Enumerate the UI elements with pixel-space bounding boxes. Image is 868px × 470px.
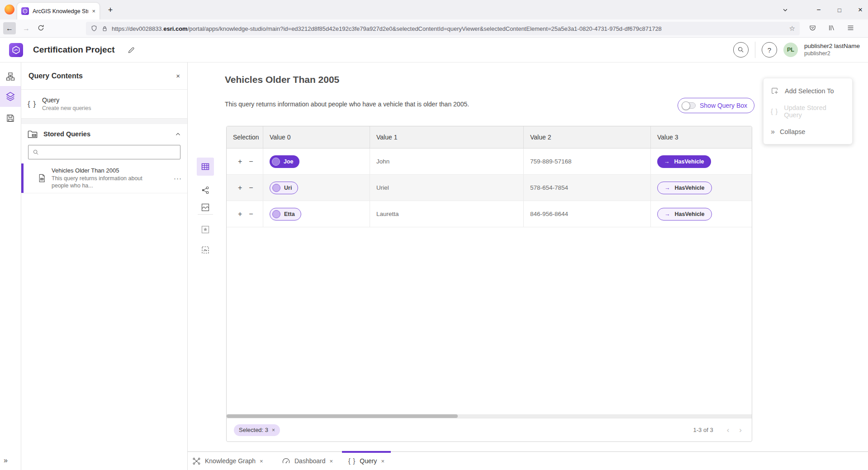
add-to-selection-button[interactable]: + — [238, 158, 242, 165]
firefox-icon[interactable] — [5, 5, 14, 14]
close-tab-icon[interactable]: × — [381, 458, 384, 465]
url-text[interactable]: https://dev0028833.esri.com/portal/apps/… — [112, 25, 786, 32]
relationship-pill[interactable]: →HasVehicle — [657, 182, 712, 194]
url-bar[interactable]: https://dev0028833.esri.com/portal/apps/… — [86, 22, 800, 35]
bookmark-star-icon[interactable]: ☆ — [789, 24, 795, 33]
query-viewer: Vehicles Older Than 2005 This query retu… — [188, 62, 868, 451]
panel-title: Query Contents — [28, 72, 83, 80]
page-title: Vehicles Older Than 2005 — [225, 74, 339, 85]
pocket-icon[interactable] — [809, 24, 816, 32]
collapse-icon: » — [771, 128, 774, 136]
menu-item-collapse[interactable]: » Collapse — [764, 121, 852, 142]
reload-icon[interactable] — [37, 24, 45, 32]
window-close-button[interactable]: × — [854, 4, 867, 16]
page-description: This query returns information about peo… — [225, 101, 469, 108]
column-header[interactable]: Value 0 — [263, 126, 370, 148]
selection-tool-button[interactable] — [197, 241, 214, 259]
stored-queries-search[interactable] — [28, 145, 180, 159]
entity-icon — [272, 184, 280, 192]
project-explorer-icon[interactable] — [0, 66, 21, 87]
tab-knowledge-graph[interactable]: Knowledge Graph × — [192, 452, 263, 470]
entity-pill[interactable]: Uri — [270, 182, 298, 194]
browser-nav-bar: ← → https://dev0028833.esri.com/portal/a… — [0, 19, 868, 38]
app-menu-icon[interactable] — [847, 24, 854, 32]
scrollbar-thumb[interactable] — [227, 414, 458, 418]
stored-query-doc-icon — [38, 174, 46, 182]
window-minimize-button[interactable]: − — [812, 4, 825, 16]
stored-queries-header[interactable]: Stored Queries — [21, 124, 187, 144]
next-page-icon[interactable]: › — [739, 426, 742, 434]
panel-close-icon[interactable]: × — [176, 72, 180, 80]
column-header[interactable]: Selection — [227, 126, 263, 148]
relationship-pill[interactable]: →HasVehicle — [657, 155, 711, 168]
library-icon[interactable] — [828, 24, 835, 32]
table-view-button[interactable] — [197, 158, 214, 176]
help-icon[interactable]: ? — [762, 42, 777, 58]
close-tab-icon[interactable]: × — [260, 458, 263, 465]
cell-value: John — [376, 158, 389, 165]
lock-icon[interactable] — [101, 25, 108, 32]
user-avatar[interactable]: PL — [783, 43, 798, 57]
expand-rail-icon[interactable]: » — [4, 456, 7, 465]
browser-tab[interactable]: ArcGIS Knowledge Studio × — [17, 3, 100, 19]
show-query-box-toggle[interactable]: Show Query Box — [678, 98, 754, 113]
cell-value: Uriel — [376, 184, 389, 191]
forward-button[interactable]: → — [20, 22, 32, 34]
remove-from-selection-button[interactable]: − — [249, 184, 253, 192]
map-view-button[interactable] — [197, 198, 214, 216]
table-header-row: Selection Value 0 Value 1 Value 2 Value … — [227, 126, 752, 149]
selected-count-chip[interactable]: Selected: 3 × — [234, 424, 280, 436]
table-row: + − Joe John 759-889-57168 →HasVehicle — [227, 149, 752, 175]
table-row: + − Uri Uriel 578-654-7854 →HasVehicle — [227, 175, 752, 201]
collapse-section-icon[interactable] — [175, 131, 181, 138]
column-header[interactable]: Value 1 — [370, 126, 524, 148]
entity-icon — [272, 158, 280, 166]
cell-value: 846-956-8644 — [530, 211, 568, 217]
knowledge-graph-icon — [192, 457, 201, 465]
search-icon[interactable] — [733, 42, 749, 58]
column-header[interactable]: Value 3 — [651, 126, 752, 148]
new-map-from-selection-button[interactable] — [197, 221, 214, 239]
arrow-right-icon: → — [664, 158, 670, 165]
toggle-knob[interactable] — [682, 101, 690, 110]
relationship-pill[interactable]: →HasVehicle — [657, 208, 712, 221]
tab-close-icon[interactable]: × — [92, 8, 95, 14]
arrow-right-icon: → — [664, 185, 670, 191]
braces-icon: { } — [771, 108, 778, 115]
horizontal-scrollbar[interactable] — [227, 414, 752, 418]
shield-icon[interactable] — [90, 25, 98, 32]
entity-pill[interactable]: Etta — [270, 208, 301, 221]
close-tab-icon[interactable]: × — [330, 458, 333, 465]
entity-label: Joe — [284, 158, 294, 165]
back-button[interactable]: ← — [3, 22, 16, 34]
edit-title-icon[interactable] — [128, 46, 135, 54]
add-to-selection-button[interactable]: + — [238, 184, 242, 192]
save-icon[interactable] — [0, 108, 21, 129]
tab-dashboard[interactable]: Dashboard × — [282, 452, 333, 470]
list-all-tabs-icon[interactable] — [779, 4, 792, 16]
query-item[interactable]: { } Query Create new queries — [21, 90, 187, 119]
entity-pill[interactable]: Joe — [270, 155, 299, 168]
table-empty-area — [227, 227, 752, 414]
link-chart-view-button[interactable] — [197, 181, 214, 199]
remove-from-selection-button[interactable]: − — [249, 211, 253, 218]
column-header[interactable]: Value 2 — [524, 126, 651, 148]
clear-selection-icon[interactable]: × — [272, 427, 275, 433]
remove-from-selection-button[interactable]: − — [249, 158, 253, 165]
item-options-icon[interactable]: ··· — [174, 174, 182, 182]
tab-query[interactable]: { } Query × — [348, 452, 384, 470]
tab-label: Knowledge Graph — [205, 457, 256, 465]
new-tab-button[interactable]: + — [104, 4, 116, 16]
tab-label: Dashboard — [294, 457, 326, 465]
menu-item-add-selection-to[interactable]: Add Selection To — [764, 81, 852, 101]
toggle-track[interactable] — [682, 102, 696, 109]
stored-query-item[interactable]: Vehicles Older Than 2005 This query retu… — [21, 163, 187, 193]
user-info[interactable]: publisher2 lastName publisher2 — [804, 43, 860, 58]
add-to-selection-button[interactable]: + — [238, 211, 242, 218]
table-row: + − Etta Lauretta 846-956-8644 →HasVehic… — [227, 201, 752, 227]
pagination-range: 1-3 of 3 — [693, 427, 713, 433]
contents-layers-icon[interactable] — [0, 86, 21, 107]
search-input[interactable] — [43, 149, 176, 156]
previous-page-icon[interactable]: ‹ — [727, 426, 730, 434]
window-maximize-button[interactable]: □ — [833, 4, 846, 16]
